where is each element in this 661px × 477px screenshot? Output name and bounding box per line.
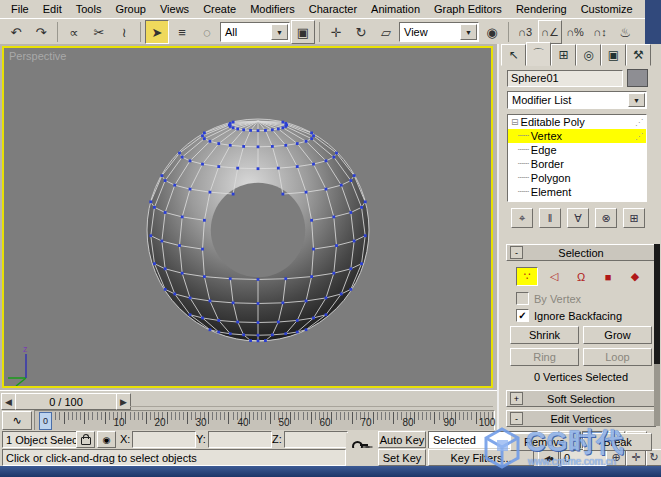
menu-file[interactable]: File <box>4 2 36 16</box>
grow-button[interactable]: Grow <box>583 326 652 344</box>
tab-create-icon[interactable]: ↖ <box>501 44 526 66</box>
tick-label: 100 <box>475 417 499 428</box>
redo-icon[interactable]: ↷ <box>29 20 53 44</box>
stack-item-vertex[interactable]: ┄┄ Vertex ⋰ <box>508 129 646 143</box>
border-subobject-icon[interactable]: Ω <box>570 267 592 286</box>
tab-motion-icon[interactable]: ◎ <box>576 44 601 66</box>
select-and-scale-icon[interactable]: ▱ <box>374 20 398 44</box>
dropdown-arrow-icon[interactable]: ▼ <box>628 93 645 107</box>
select-and-rotate-icon[interactable]: ↻ <box>349 20 373 44</box>
stack-item-edge[interactable]: ┄┄ Edge <box>508 143 646 157</box>
mini-curve-editor-button[interactable]: ∿ <box>2 411 32 430</box>
dropdown-arrow-icon[interactable]: ▼ <box>460 24 477 40</box>
make-unique-icon[interactable]: ∀ <box>567 208 589 228</box>
stack-item-border[interactable]: ┄┄ Border <box>508 157 646 171</box>
x-coordinate-field[interactable] <box>132 431 196 448</box>
soft-selection-rollout: + Soft Selection <box>506 390 656 407</box>
expand-icon[interactable]: + <box>510 392 523 405</box>
use-pivot-point-icon[interactable]: ◉ <box>480 20 504 44</box>
modifier-list-dropdown[interactable]: Modifier List ▼ <box>507 91 647 109</box>
spinner-snap-icon[interactable]: ∩↕ <box>588 20 612 44</box>
time-slider[interactable]: 0 / 100 <box>15 393 117 410</box>
select-by-name-icon[interactable]: ≡ <box>170 20 194 44</box>
selection-rollout-header[interactable]: - Selection <box>506 244 656 261</box>
set-key-button[interactable]: Set Key <box>378 449 426 466</box>
object-name-field[interactable]: Sphere01 <box>507 70 623 87</box>
menu-edit[interactable]: Edit <box>36 2 69 16</box>
expand-icon[interactable]: ⊟ <box>511 117 519 127</box>
stack-item-polygon[interactable]: ┄┄ Polygon <box>508 171 646 185</box>
select-object-icon[interactable]: ➤ <box>145 20 169 44</box>
percent-snap-icon[interactable]: ∩% <box>563 20 587 44</box>
rollout-title: Selection <box>558 247 603 259</box>
menu-modifiers[interactable]: Modifiers <box>243 2 302 16</box>
menu-create[interactable]: Create <box>196 2 243 16</box>
reference-coordinate-dropdown[interactable]: View ▼ <box>399 22 479 42</box>
break-button[interactable]: Break <box>583 433 652 451</box>
selection-lock-button[interactable] <box>76 431 95 448</box>
show-end-result-icon[interactable]: ‖ <box>539 208 561 228</box>
menu-customize[interactable]: Customize <box>574 2 640 16</box>
stack-item-element[interactable]: ┄┄ Element <box>508 185 646 199</box>
tab-modify-icon[interactable]: ⌒ <box>526 42 551 66</box>
stack-item-editable-poly[interactable]: ⊟ Editable Poly ⋰ <box>508 115 646 129</box>
element-subobject-icon[interactable]: ◆ <box>624 267 646 286</box>
selection-filter-dropdown[interactable]: All ▼ <box>220 22 290 42</box>
time-slider-track[interactable] <box>130 395 493 407</box>
configure-modifier-sets-icon[interactable]: ⊞ <box>623 208 645 228</box>
pin-stack-icon[interactable]: ⌖ <box>511 208 533 228</box>
previous-frame-arrow[interactable]: ◀ <box>1 393 16 410</box>
loop-button[interactable]: Loop <box>583 348 652 366</box>
bind-to-space-warp-icon[interactable]: ≀ <box>112 20 136 44</box>
menu-rendering[interactable]: Rendering <box>509 2 574 16</box>
editable-poly-sphere[interactable]: z <box>4 48 491 386</box>
polygon-subobject-icon[interactable]: ■ <box>597 267 619 286</box>
collapse-icon[interactable]: - <box>510 246 523 259</box>
render-icon[interactable]: ♨ <box>613 20 637 44</box>
menu-animation[interactable]: Animation <box>364 2 427 16</box>
soft-selection-header[interactable]: + Soft Selection <box>506 390 656 407</box>
dropdown-arrow-icon[interactable]: ▼ <box>271 24 288 40</box>
menu-views[interactable]: Views <box>153 2 196 16</box>
edit-vertices-header[interactable]: - Edit Vertices <box>506 410 656 427</box>
track-bar-ruler[interactable]: 0 10 20 30 40 50 60 70 80 90 100 <box>34 410 495 431</box>
select-and-link-icon[interactable]: ∝ <box>62 20 86 44</box>
next-frame-arrow[interactable]: ▶ <box>116 393 131 410</box>
ring-button[interactable]: Ring <box>510 348 579 366</box>
auto-key-button[interactable]: Auto Key <box>378 431 426 448</box>
y-coordinate-field[interactable] <box>208 431 272 448</box>
tab-hierarchy-icon[interactable]: ⊞ <box>551 44 576 66</box>
angle-snap-icon[interactable]: ∩∠ <box>538 20 562 44</box>
axis-tripod <box>8 354 26 386</box>
shrink-grow-row: Shrink Grow <box>506 324 656 346</box>
viewport-label[interactable]: Perspective <box>9 50 66 62</box>
absolute-mode-button[interactable]: ◉ <box>97 431 116 448</box>
object-color-swatch[interactable] <box>627 69 648 87</box>
menu-graph-editors[interactable]: Graph Editors <box>427 2 509 16</box>
tab-utilities-icon[interactable]: ⚒ <box>626 44 651 66</box>
perspective-viewport[interactable]: z Perspective <box>2 46 493 388</box>
selection-region-icon[interactable]: ◌ <box>195 20 219 44</box>
remove-modifier-icon[interactable]: ⊗ <box>595 208 617 228</box>
undo-icon[interactable]: ↶ <box>4 20 28 44</box>
menu-group[interactable]: Group <box>108 2 153 16</box>
panel-scrollbar[interactable] <box>654 244 660 426</box>
menu-character[interactable]: Character <box>302 2 364 16</box>
tree-line: ┄┄ <box>518 187 529 197</box>
ignore-backfacing-checkbox[interactable]: ✓ <box>516 309 529 322</box>
window-crossing-icon[interactable]: ▣ <box>291 20 315 44</box>
tab-display-icon[interactable]: ▣ <box>601 44 626 66</box>
edge-subobject-icon[interactable]: ◁ <box>543 267 565 286</box>
remove-button[interactable]: Remove <box>510 433 579 451</box>
z-coordinate-field[interactable] <box>284 431 348 448</box>
snap-toggle-icon[interactable]: ∩3 <box>513 20 537 44</box>
select-and-move-icon[interactable]: ✛ <box>324 20 348 44</box>
menu-tools[interactable]: Tools <box>69 2 109 16</box>
by-vertex-checkbox[interactable] <box>516 292 529 305</box>
collapse-icon[interactable]: - <box>510 412 523 425</box>
vertex-subobject-icon[interactable]: ∵ <box>516 267 538 286</box>
track-bar-frame-slider[interactable]: 0 <box>39 412 52 430</box>
scrollbar-thumb[interactable] <box>654 244 660 364</box>
shrink-button[interactable]: Shrink <box>510 326 579 344</box>
unlink-selection-icon[interactable]: ✂ <box>87 20 111 44</box>
